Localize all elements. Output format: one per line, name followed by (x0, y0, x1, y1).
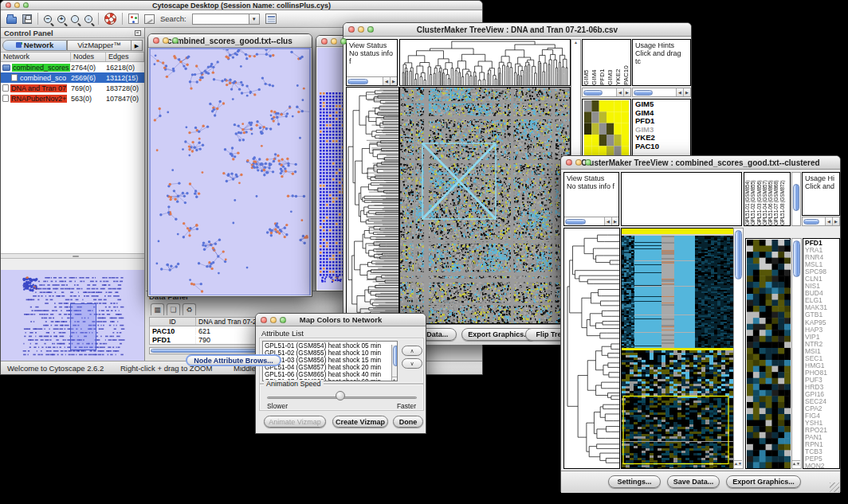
vizmapper-icon[interactable] (128, 14, 139, 24)
gene-label[interactable]: YRA1 (805, 247, 839, 254)
window-controls[interactable] (348, 26, 374, 33)
treeview-button[interactable]: Settings... (608, 475, 661, 488)
move-up-button[interactable]: ∧ (402, 346, 422, 356)
scrollbar-thumb[interactable] (393, 346, 398, 366)
minimize-icon[interactable] (575, 159, 582, 166)
scroll-right-icon[interactable] (832, 217, 839, 225)
zoom-window-icon[interactable] (23, 2, 29, 8)
minimize-icon[interactable] (14, 2, 20, 8)
labels-vscrollbar[interactable] (791, 172, 801, 226)
zoom-hscrollbar[interactable] (582, 88, 631, 97)
attribute-item[interactable]: GPL51-01 (GSM854) heat shock 05 min (265, 342, 397, 350)
attribute-item[interactable]: GPL51-03 (GSM856) heat shock 15 min (265, 357, 397, 364)
window-controls[interactable] (153, 37, 179, 44)
treeview-button[interactable]: Save Data... (667, 475, 720, 488)
dialog-button[interactable]: Done (393, 416, 423, 428)
panel-splitter[interactable] (1, 253, 144, 259)
scroll-left-icon[interactable] (604, 217, 611, 225)
window-controls[interactable] (261, 317, 286, 323)
zoom-fit-icon[interactable] (84, 15, 92, 23)
gene-label[interactable]: GIM4 (635, 109, 690, 118)
scrollbar-thumb[interactable] (565, 219, 586, 225)
gene-label[interactable]: CPA2 (805, 405, 839, 412)
close-icon[interactable] (348, 26, 355, 33)
gene-label[interactable]: GTB1 (805, 311, 839, 318)
close-icon[interactable] (321, 38, 328, 45)
tab-network[interactable]: Network (2, 40, 67, 51)
attribute-item[interactable]: GPL51-06 (GSM865) heat shock 40 min (265, 371, 397, 378)
help-icon[interactable] (104, 13, 116, 25)
attribute-select-icon[interactable] (151, 303, 164, 315)
window-controls[interactable] (321, 38, 347, 45)
scroll-down-icon[interactable] (738, 460, 742, 466)
gene-label[interactable]: GIM3 (635, 126, 690, 135)
network-row[interactable]: combined_sco 2569(6) 13112(15) (1, 72, 144, 83)
move-down-button[interactable]: ∨ (402, 358, 422, 369)
column-network[interactable]: Network (1, 53, 71, 61)
gene-label[interactable]: HRD3 (805, 384, 839, 391)
minimize-icon[interactable] (358, 26, 364, 33)
gene-label[interactable]: KAP95 (805, 319, 839, 326)
hints-hscrollbar[interactable] (802, 217, 840, 226)
create-attribute-icon[interactable] (167, 303, 180, 315)
scroll-left-icon[interactable] (676, 88, 683, 96)
row-dendrogram-pane[interactable] (346, 87, 399, 324)
open-session-icon[interactable] (6, 17, 17, 24)
close-icon[interactable] (261, 317, 267, 323)
gene-label[interactable]: SEC24 (805, 398, 839, 405)
search-dropdown-icon[interactable] (249, 14, 260, 25)
gene-label[interactable]: MON2 (805, 463, 839, 469)
treeview-button[interactable]: Export Graphics... (726, 475, 801, 488)
gene-label[interactable]: PEP5 (805, 455, 839, 463)
zoom-window-icon[interactable] (367, 26, 374, 33)
id-column-header[interactable]: ID (150, 318, 196, 326)
annotation-icon[interactable] (144, 14, 155, 24)
gene-label[interactable]: CLN1 (805, 275, 839, 283)
network-view-title-bar[interactable]: combined_scores_good.txt--cluste... (148, 34, 312, 48)
gene-label[interactable]: MAK31 (805, 304, 839, 311)
speed-slider-thumb[interactable] (336, 391, 345, 400)
column-dendrogram-pane[interactable] (399, 39, 571, 86)
scrollbar-thumb[interactable] (735, 230, 742, 279)
row-dendrogram-pane[interactable] (563, 228, 620, 469)
gene-label[interactable]: VIP1 (805, 334, 839, 341)
scrollbar-thumb[interactable] (803, 219, 819, 225)
minimize-icon[interactable] (331, 38, 337, 45)
scrollbar-thumb[interactable] (634, 90, 653, 96)
tab-vizmapper[interactable]: VizMapper™ (67, 40, 132, 51)
gene-label[interactable]: RPO21 (805, 427, 839, 434)
scroll-right-icon[interactable] (623, 88, 630, 96)
gene-label[interactable]: PFD1 (805, 240, 839, 247)
close-icon[interactable] (6, 2, 11, 8)
gene-label[interactable]: PAN1 (805, 434, 839, 441)
view-status-scrollbar[interactable] (564, 217, 618, 225)
gene-label[interactable]: YKE2 (635, 134, 690, 143)
minimize-icon[interactable] (270, 317, 277, 323)
scroll-down-icon[interactable] (796, 460, 800, 466)
gene-label[interactable]: ELG1 (805, 297, 839, 304)
treeview-combined-title-bar[interactable]: ClusterMaker TreeView : combined_scores_… (561, 156, 840, 170)
view-status-scrollbar[interactable] (347, 76, 397, 85)
birdseye-view[interactable] (1, 270, 144, 362)
gene-label[interactable]: BUD4 (805, 290, 839, 297)
column-nodes[interactable]: Nodes (71, 53, 106, 61)
minimize-icon[interactable] (163, 37, 169, 44)
gene-label[interactable]: HMG1 (805, 362, 839, 369)
attribute-item[interactable]: GPL51-04 (GSM857) heat shock 20 min (265, 364, 397, 371)
attribute-browser-icon[interactable] (265, 14, 277, 24)
scroll-right-icon[interactable] (683, 88, 690, 96)
heatmap-pane[interactable] (399, 87, 571, 324)
zoom-in-icon[interactable] (57, 15, 65, 23)
attribute-list[interactable]: GPL51-01 (GSM854) heat shock 05 minGPL51… (262, 341, 398, 381)
resize-grip[interactable] (830, 483, 839, 492)
gene-label[interactable]: NIS1 (805, 283, 839, 290)
scroll-left-icon[interactable] (383, 77, 390, 85)
scrollbar-thumb[interactable] (347, 79, 368, 84)
column-edges[interactable]: Edges (106, 53, 144, 61)
network-row[interactable]: DNA and Tran 07 769(0) 183728(0) (1, 83, 144, 93)
heatmap-vscrollbar[interactable] (733, 228, 744, 469)
gene-label[interactable]: NTR2 (805, 341, 839, 348)
search-input[interactable] (192, 14, 249, 25)
heatmap-pane[interactable] (621, 228, 734, 469)
birdseye-canvas[interactable] (3, 272, 141, 360)
